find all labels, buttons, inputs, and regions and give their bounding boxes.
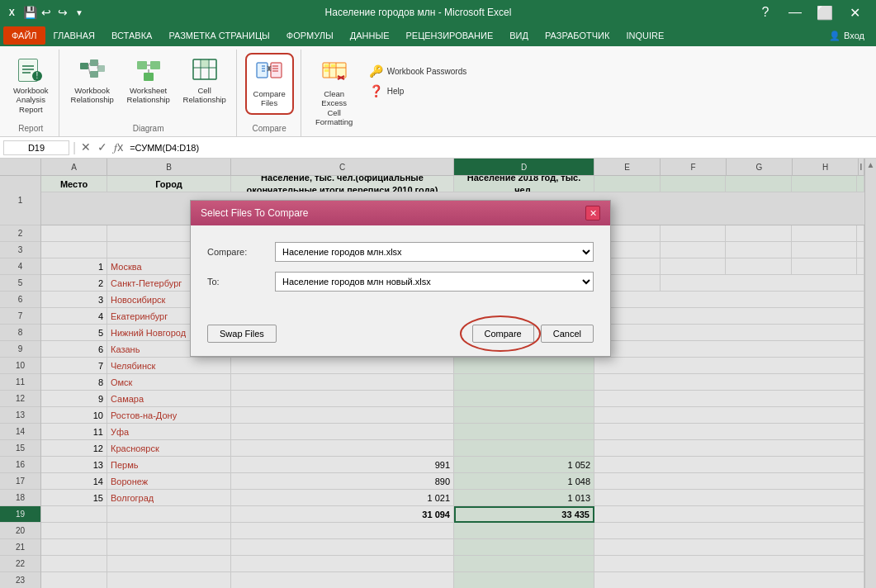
- dialog-title-bar: Select Files To Compare ✕: [191, 201, 610, 225]
- compare-group-label: Compare: [253, 121, 286, 133]
- workbook-analysis-button[interactable]: ! WorkbookAnalysisReport: [10, 53, 52, 117]
- menu-insert[interactable]: ВСТАВКА: [103, 26, 160, 45]
- workbook-passwords-button[interactable]: 🔑 Workbook Passwords: [366, 63, 471, 79]
- window-title: Население городов млн - Microsoft Excel: [86, 7, 751, 18]
- worksheet-relationship-label: WorksheetRelationship: [127, 86, 170, 105]
- select-files-dialog: Select Files To Compare ✕ Compare: Насел…: [190, 200, 611, 357]
- clean-excess-button[interactable]: Clean ExcessCell Formatting: [310, 56, 359, 130]
- workbook-passwords-icon: 🔑: [369, 64, 382, 78]
- maximize-button[interactable]: ⬜: [810, 0, 840, 25]
- svg-text:X: X: [9, 7, 16, 17]
- help-ribbon-icon: ❓: [369, 84, 382, 97]
- dialog-body: Compare: Население городов млн.xlsx To: …: [191, 225, 610, 318]
- workbook-analysis-icon: !: [17, 56, 44, 83]
- signin-icon: 👤: [829, 31, 840, 41]
- svg-rect-17: [150, 61, 160, 69]
- redo-icon[interactable]: ↪: [56, 6, 69, 19]
- title-bar-app-icons: X 💾 ↩ ↪ ▼: [7, 6, 86, 19]
- undo-icon[interactable]: ↩: [40, 6, 53, 19]
- menu-formulas[interactable]: ФОРМУЛЫ: [278, 26, 342, 45]
- svg-rect-18: [144, 73, 154, 81]
- menu-inquire[interactable]: INQUIRE: [618, 26, 672, 45]
- ribbon-group-report-content: ! WorkbookAnalysisReport: [10, 53, 52, 121]
- confirm-formula-icon[interactable]: ✓: [96, 140, 109, 154]
- svg-rect-9: [80, 63, 88, 69]
- cancel-button[interactable]: Cancel: [541, 325, 594, 343]
- minimize-button[interactable]: —: [780, 0, 810, 25]
- to-row: To: Население городов млн новый.xlsx: [207, 272, 594, 292]
- menu-home[interactable]: ГЛАВНАЯ: [45, 26, 103, 45]
- workbook-passwords-label: Workbook Passwords: [387, 67, 467, 76]
- formula-input[interactable]: [128, 141, 873, 154]
- menu-bar: ФАЙЛ ГЛАВНАЯ ВСТАВКА РАЗМЕТКА СТРАНИЦЫ Ф…: [0, 25, 876, 46]
- menu-data[interactable]: ДАННЫЕ: [342, 26, 398, 45]
- ribbon-group-compare: CompareFiles Compare: [239, 50, 301, 136]
- to-label: To:: [207, 277, 265, 287]
- ribbon-group-report: ! WorkbookAnalysisReport Report: [3, 50, 59, 136]
- customize-icon[interactable]: ▼: [73, 6, 86, 19]
- cell-relationship-button[interactable]: CellRelationship: [180, 53, 230, 108]
- svg-rect-39: [331, 64, 335, 67]
- excel-icon: X: [7, 6, 20, 19]
- svg-rect-12: [97, 65, 105, 72]
- svg-rect-16: [137, 61, 147, 69]
- help-button[interactable]: ?: [751, 0, 780, 25]
- dialog-title-text: Select Files To Compare: [201, 207, 309, 219]
- menu-view[interactable]: ВИД: [501, 26, 537, 45]
- workbook-relationship-icon: [79, 56, 106, 83]
- report-group-label: Report: [18, 121, 43, 133]
- formula-bar-divider: |: [73, 140, 76, 155]
- formula-bar: | ✕ ✓ 𝑓x: [0, 137, 876, 159]
- menu-page-layout[interactable]: РАЗМЕТКА СТРАНИЦЫ: [160, 26, 277, 45]
- cell-relationship-label: CellRelationship: [183, 86, 226, 105]
- cancel-formula-icon[interactable]: ✕: [79, 140, 92, 154]
- cell-reference-input[interactable]: [3, 140, 69, 155]
- help-ribbon-button[interactable]: ❓ Help: [366, 83, 471, 99]
- compare-file-select[interactable]: Население городов млн.xlsx: [275, 242, 594, 262]
- menu-review[interactable]: РЕЦЕНЗИРОВАНИЕ: [397, 26, 501, 45]
- help-ribbon-label: Help: [387, 87, 405, 96]
- cell-relationship-icon: [192, 56, 218, 83]
- close-button[interactable]: ✕: [840, 0, 869, 25]
- workbook-relationship-button[interactable]: WorkbookRelationship: [68, 53, 117, 108]
- svg-line-14: [88, 66, 90, 74]
- svg-rect-26: [257, 63, 268, 78]
- svg-rect-25: [201, 60, 208, 67]
- swap-files-button[interactable]: Swap Files: [207, 325, 277, 343]
- save-icon[interactable]: 💾: [23, 6, 36, 19]
- dialog-close-button[interactable]: ✕: [585, 206, 600, 220]
- compare-button[interactable]: Compare: [472, 325, 534, 343]
- compare-button-wrapper: Compare: [472, 325, 534, 343]
- worksheet-relationship-icon: [135, 56, 162, 83]
- diagram-group-label: Diagram: [133, 121, 164, 133]
- ribbon: ! WorkbookAnalysisReport Report: [0, 46, 876, 137]
- dialog-overlay: Select Files To Compare ✕ Compare: Насел…: [0, 159, 876, 588]
- compare-files-button[interactable]: CompareFiles: [245, 53, 294, 115]
- svg-rect-27: [271, 63, 282, 78]
- signin-button[interactable]: 👤 Вход: [821, 29, 873, 43]
- dialog-action-buttons: Compare Cancel: [472, 325, 594, 343]
- ribbon-group-misc: Clean ExcessCell Formatting 🔑 Workbook P…: [303, 50, 477, 136]
- ribbon-group-diagram: WorkbookRelationship WorksheetRelationsh…: [61, 50, 237, 136]
- to-file-select[interactable]: Население городов млн новый.xlsx: [275, 272, 594, 292]
- svg-text:!: !: [36, 71, 39, 80]
- svg-rect-11: [90, 71, 98, 78]
- workbook-analysis-label: WorkbookAnalysisReport: [13, 86, 49, 114]
- compare-files-icon: [256, 59, 282, 86]
- ribbon-group-diagram-content: WorkbookRelationship WorksheetRelationsh…: [68, 53, 230, 121]
- menu-developer[interactable]: РАЗРАБОТЧИК: [537, 26, 618, 45]
- workbook-relationship-label: WorkbookRelationship: [71, 86, 114, 105]
- clean-excess-icon: [321, 59, 348, 86]
- insert-function-icon[interactable]: 𝑓x: [112, 140, 125, 154]
- title-bar: X 💾 ↩ ↪ ▼ Население городов млн - Micros…: [0, 0, 876, 25]
- svg-rect-10: [90, 59, 98, 66]
- formula-icons: ✕ ✓ 𝑓x: [79, 140, 125, 154]
- svg-rect-40: [324, 69, 329, 72]
- ribbon-group-compare-content: CompareFiles: [245, 53, 294, 121]
- menu-file[interactable]: ФАЙЛ: [3, 26, 45, 45]
- svg-line-13: [88, 63, 90, 66]
- window-controls: ? — ⬜ ✕: [751, 0, 869, 25]
- worksheet-relationship-button[interactable]: WorksheetRelationship: [124, 53, 173, 108]
- clean-excess-label: Clean ExcessCell Formatting: [313, 89, 356, 127]
- compare-row: Compare: Население городов млн.xlsx: [207, 242, 594, 262]
